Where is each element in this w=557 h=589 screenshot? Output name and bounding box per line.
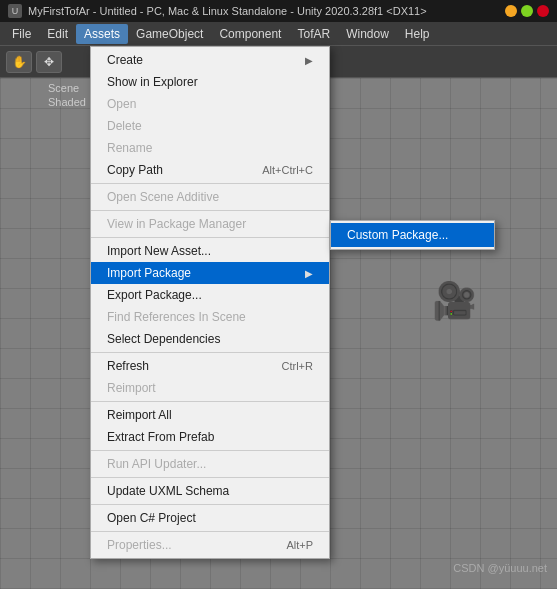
menu-delete: Delete [91,115,329,137]
menu-copy-path[interactable]: Copy Path Alt+Ctrl+C [91,159,329,181]
watermark: CSDN @yüuuu.net [453,562,547,574]
menu-refresh[interactable]: Refresh Ctrl+R [91,355,329,377]
separator-3 [91,237,329,238]
close-button[interactable] [537,5,549,17]
separator-1 [91,183,329,184]
menu-create[interactable]: Create ▶ [91,49,329,71]
menu-open-csharp-project[interactable]: Open C# Project [91,507,329,529]
camera-icon: 🎥 [432,280,477,322]
create-arrow: ▶ [305,55,313,66]
copy-path-shortcut: Alt+Ctrl+C [262,164,313,176]
menu-edit[interactable]: Edit [39,24,76,44]
separator-7 [91,477,329,478]
menu-gameobject[interactable]: GameObject [128,24,211,44]
menu-select-dependencies[interactable]: Select Dependencies [91,328,329,350]
app-icon: U [8,4,22,18]
menu-extract-from-prefab[interactable]: Extract From Prefab [91,426,329,448]
menu-bar: File Edit Assets GameObject Component To… [0,22,557,46]
separator-8 [91,504,329,505]
move-tool-button[interactable]: ✥ [36,51,62,73]
menu-import-package[interactable]: Import Package ▶ [91,262,329,284]
menu-open-scene-additive: Open Scene Additive [91,186,329,208]
separator-9 [91,531,329,532]
maximize-button[interactable] [521,5,533,17]
menu-rename: Rename [91,137,329,159]
menu-reimport: Reimport [91,377,329,399]
menu-file[interactable]: File [4,24,39,44]
menu-view-in-package-manager: View in Package Manager [91,213,329,235]
separator-2 [91,210,329,211]
title-bar: U MyFirstTofAr - Untitled - PC, Mac & Li… [0,0,557,22]
menu-properties: Properties... Alt+P [91,534,329,556]
import-package-arrow: ▶ [305,268,313,279]
separator-4 [91,352,329,353]
shading-label: Shaded [48,96,86,108]
scene-label: Scene [48,82,79,94]
menu-show-in-explorer[interactable]: Show in Explorer [91,71,329,93]
menu-update-uxml-schema[interactable]: Update UXML Schema [91,480,329,502]
menu-tofar[interactable]: TofAR [289,24,338,44]
menu-open: Open [91,93,329,115]
title-bar-controls [505,5,549,17]
title-bar-text: MyFirstTofAr - Untitled - PC, Mac & Linu… [28,5,499,17]
menu-import-new-asset[interactable]: Import New Asset... [91,240,329,262]
menu-window[interactable]: Window [338,24,397,44]
menu-reimport-all[interactable]: Reimport All [91,404,329,426]
separator-6 [91,450,329,451]
menu-find-references: Find References In Scene [91,306,329,328]
import-package-submenu: Custom Package... [330,220,495,250]
menu-custom-package[interactable]: Custom Package... [331,223,494,247]
properties-shortcut: Alt+P [286,539,313,551]
menu-run-api-updater: Run API Updater... [91,453,329,475]
minimize-button[interactable] [505,5,517,17]
hand-tool-button[interactable]: ✋ [6,51,32,73]
separator-5 [91,401,329,402]
menu-help[interactable]: Help [397,24,438,44]
refresh-shortcut: Ctrl+R [282,360,313,372]
assets-dropdown: Create ▶ Show in Explorer Open Delete Re… [90,46,330,559]
menu-component[interactable]: Component [211,24,289,44]
menu-export-package[interactable]: Export Package... [91,284,329,306]
menu-assets[interactable]: Assets [76,24,128,44]
